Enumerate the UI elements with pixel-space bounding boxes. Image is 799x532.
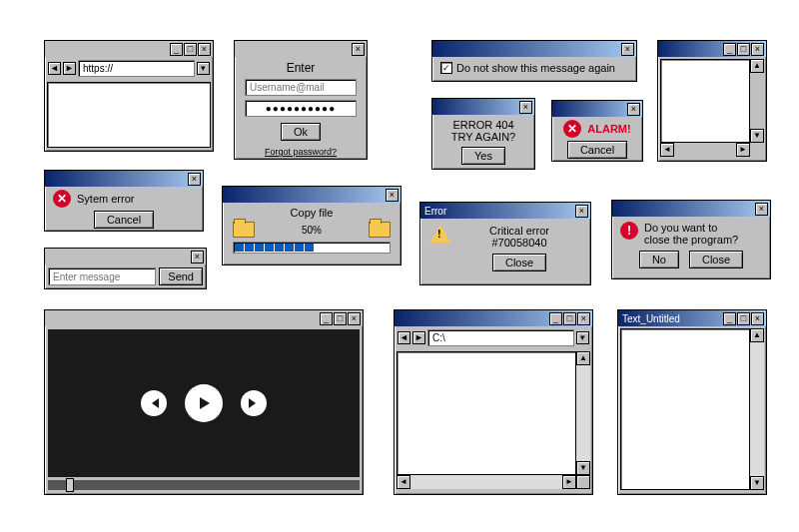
- browser-window: _ □ × ◄ ► ▾: [44, 40, 214, 152]
- content-area: [660, 59, 750, 143]
- closeprog-line2: close the program?: [644, 234, 738, 246]
- no-button[interactable]: No: [639, 251, 679, 268]
- sendmsg-window: × Send: [44, 248, 207, 289]
- password-input[interactable]: ●●●●●●●●●●: [245, 100, 357, 117]
- forward-button[interactable]: ►: [63, 62, 76, 75]
- blank-scroll-window: _ □ × ▲ ▼ ◄ ►: [657, 40, 767, 162]
- minimize-button[interactable]: _: [549, 312, 562, 325]
- forward-button[interactable]: ►: [412, 331, 425, 344]
- scroll-down-button[interactable]: ▼: [750, 129, 764, 143]
- maximize-button[interactable]: □: [184, 43, 197, 56]
- back-button[interactable]: ◄: [398, 331, 410, 344]
- minimize-button[interactable]: _: [170, 43, 183, 56]
- minimize-button[interactable]: _: [723, 43, 736, 56]
- close-button-action[interactable]: Close: [492, 254, 546, 271]
- alarm-titlebar: ×: [552, 101, 642, 117]
- scroll-left-button[interactable]: ◄: [397, 475, 410, 489]
- scroll-right-button[interactable]: ►: [736, 143, 750, 157]
- cancel-button[interactable]: Cancel: [567, 141, 627, 159]
- alarm-text: ALARM!: [587, 123, 630, 135]
- file-list-area: [397, 351, 576, 475]
- exclamation-icon: !: [620, 222, 638, 240]
- message-input[interactable]: [48, 267, 156, 285]
- scroll-down-button[interactable]: ▼: [750, 476, 764, 490]
- alarm-window: × ✕ ALARM! Cancel: [551, 100, 643, 162]
- error404-window: × ERROR 404 TRY AGAIN? Yes: [431, 98, 535, 170]
- critical-window: Error × Critical error #70058040 Close: [419, 202, 591, 285]
- maximize-button[interactable]: □: [737, 312, 750, 325]
- close-button[interactable]: ×: [348, 312, 361, 325]
- error-x-icon: ✕: [53, 190, 71, 208]
- copy-titlebar: ×: [223, 187, 400, 203]
- explorer-window: _ □ × ◄ ► ▾ ▲ ▼ ◄ ►: [394, 309, 593, 495]
- closeprog-line1: Do you want to: [644, 222, 738, 234]
- scroll-left-button[interactable]: ◄: [660, 143, 674, 157]
- error404-line1: ERROR 404: [440, 119, 526, 131]
- browser-titlebar: _ □ ×: [45, 41, 213, 57]
- close-button[interactable]: ×: [627, 103, 640, 116]
- maximize-button[interactable]: □: [563, 312, 576, 325]
- close-button[interactable]: ×: [751, 312, 764, 325]
- dontshow-label: Do not show this message again: [456, 62, 615, 74]
- login-title: Enter: [245, 61, 357, 75]
- syserror-text: Sytem error: [77, 193, 134, 205]
- close-button[interactable]: ×: [575, 205, 588, 218]
- maximize-button[interactable]: □: [334, 312, 347, 325]
- url-input[interactable]: [78, 60, 195, 77]
- username-input[interactable]: [245, 79, 357, 96]
- cancel-button[interactable]: Cancel: [94, 211, 154, 229]
- back-button[interactable]: ◄: [48, 62, 61, 75]
- notepad-titlebar: Text_Untitled _ □ ×: [618, 310, 766, 326]
- scroll-right-button[interactable]: ►: [562, 475, 576, 489]
- ok-button[interactable]: Ok: [281, 123, 321, 141]
- close-button[interactable]: ×: [751, 43, 764, 56]
- play-button[interactable]: [185, 384, 223, 422]
- close-button[interactable]: ×: [577, 312, 590, 325]
- scroll-up-button[interactable]: ▲: [750, 328, 764, 342]
- path-input[interactable]: [427, 329, 574, 346]
- text-area[interactable]: [620, 328, 750, 490]
- close-button[interactable]: ×: [755, 203, 768, 216]
- critical-title-text: Error: [422, 206, 446, 217]
- critical-titlebar: Error ×: [420, 203, 590, 219]
- explorer-titlebar: _ □ ×: [395, 310, 592, 326]
- maximize-button[interactable]: □: [737, 43, 750, 56]
- close-button[interactable]: ×: [188, 173, 201, 186]
- closeprog-titlebar: ×: [612, 201, 770, 217]
- scroll-up-button[interactable]: ▲: [576, 351, 590, 365]
- close-button[interactable]: ×: [198, 43, 211, 56]
- close-button[interactable]: ×: [352, 43, 365, 56]
- send-button[interactable]: Send: [159, 267, 203, 285]
- error-x-icon: ✕: [563, 120, 581, 138]
- next-button[interactable]: [241, 390, 267, 416]
- login-window: × Enter ●●●●●●●●●● Ok Forgot password?: [234, 40, 368, 160]
- scroll-down-button[interactable]: ▼: [576, 461, 590, 475]
- resize-grip[interactable]: [576, 475, 590, 489]
- dontshow-titlebar: ×: [432, 41, 636, 57]
- close-button[interactable]: ×: [519, 101, 532, 114]
- minimize-button[interactable]: _: [723, 312, 736, 325]
- error404-line2: TRY AGAIN?: [440, 131, 526, 143]
- syserror-titlebar: ×: [45, 171, 203, 187]
- critical-line1: Critical error: [458, 225, 580, 237]
- copyfile-window: × Copy file 50%: [222, 186, 401, 266]
- forgot-password-link[interactable]: Forgot password?: [245, 147, 357, 157]
- close-button[interactable]: ×: [621, 43, 634, 56]
- yes-button[interactable]: Yes: [461, 147, 505, 165]
- copy-title: Copy file: [233, 207, 391, 219]
- close-button-action[interactable]: Close: [689, 251, 743, 268]
- scroll-up-button[interactable]: ▲: [750, 59, 764, 73]
- close-button[interactable]: ×: [386, 189, 399, 202]
- seek-bar[interactable]: [48, 480, 360, 490]
- video-viewport: [48, 329, 360, 477]
- minimize-button[interactable]: _: [320, 312, 333, 325]
- notepad-window: Text_Untitled _ □ × ▲ ▼: [617, 309, 767, 495]
- syserror-window: × ✕ Sytem error Cancel: [44, 170, 204, 232]
- login-titlebar: ×: [235, 41, 367, 57]
- go-button[interactable]: ▾: [197, 62, 210, 75]
- dropdown-button[interactable]: ▾: [576, 331, 589, 344]
- close-button[interactable]: ×: [191, 251, 204, 264]
- browser-viewport: [47, 82, 211, 148]
- previous-button[interactable]: [141, 390, 167, 416]
- dontshow-checkbox[interactable]: ✓: [440, 62, 452, 74]
